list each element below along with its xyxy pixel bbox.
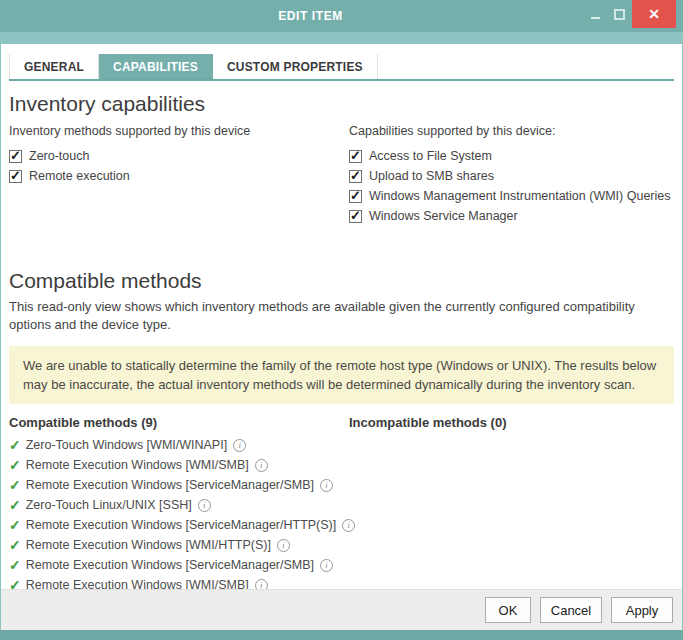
close-icon: ✕ xyxy=(648,6,660,22)
info-icon[interactable]: i xyxy=(277,539,290,552)
checkbox-icon xyxy=(349,170,362,183)
info-icon[interactable]: i xyxy=(198,499,211,512)
checkbox-access-file-system[interactable]: Access to File System xyxy=(349,146,676,166)
compatible-methods-header: Compatible methods (9) xyxy=(9,415,345,435)
info-icon[interactable]: i xyxy=(233,439,246,452)
checkbox-icon xyxy=(349,210,362,223)
method-item: ✓ Remote Execution Windows [ServiceManag… xyxy=(9,515,345,535)
dialog-content: GENERAL CAPABILITIES CUSTOM PROPERTIES I… xyxy=(1,44,682,589)
cancel-button[interactable]: Cancel xyxy=(540,597,602,623)
info-icon[interactable]: i xyxy=(255,459,268,472)
method-item: ✓ Remote Execution Windows [WMI/HTTP(S)]… xyxy=(9,535,345,555)
checkbox-icon xyxy=(349,150,362,163)
minimize-button[interactable] xyxy=(584,0,606,28)
method-item: ✓ Zero-Touch Windows [WMI/WINAPI] i xyxy=(9,435,345,455)
checkbox-icon xyxy=(9,150,22,163)
tab-custom-properties[interactable]: CUSTOM PROPERTIES xyxy=(213,54,378,79)
check-icon: ✓ xyxy=(9,477,21,493)
checkbox-windows-service-manager[interactable]: Windows Service Manager xyxy=(349,206,676,226)
method-item: ✓ Remote Execution Windows [WMI/SMB] i xyxy=(9,455,345,475)
check-icon: ✓ xyxy=(9,517,21,533)
info-icon[interactable]: i xyxy=(320,479,333,492)
inventory-methods-column: Inventory methods supported by this devi… xyxy=(9,122,341,186)
compatible-methods-column: Compatible methods (9) ✓ Zero-Touch Wind… xyxy=(9,415,345,615)
window-controls: ✕ xyxy=(584,0,683,32)
checkbox-zero-touch[interactable]: Zero-touch xyxy=(9,146,341,166)
inventory-capabilities-heading: Inventory capabilities xyxy=(9,92,674,116)
methods-columns: Compatible methods (9) ✓ Zero-Touch Wind… xyxy=(1,415,682,615)
checkbox-wmi-queries[interactable]: Windows Management Instrumentation (WMI)… xyxy=(349,186,676,206)
method-item: ✓ Remote Execution Windows [ServiceManag… xyxy=(9,555,345,575)
device-capabilities-column: Capabilities supported by this device: A… xyxy=(349,122,676,226)
checkbox-icon xyxy=(349,190,362,203)
check-icon: ✓ xyxy=(9,557,21,573)
ok-button[interactable]: OK xyxy=(485,597,531,623)
inventory-methods-label: Inventory methods supported by this devi… xyxy=(9,122,341,146)
method-item: ✓ Zero-Touch Linux/UNIX [SSH] i xyxy=(9,495,345,515)
method-item: ✓ Remote Execution Windows [ServiceManag… xyxy=(9,475,345,495)
close-button[interactable]: ✕ xyxy=(632,0,676,28)
incompatible-methods-header: Incompatible methods (0) xyxy=(349,415,676,435)
maximize-icon xyxy=(614,9,625,20)
check-icon: ✓ xyxy=(9,537,21,553)
tab-bar: GENERAL CAPABILITIES CUSTOM PROPERTIES xyxy=(9,54,674,81)
titlebar-accent-strip xyxy=(0,32,683,44)
tab-general[interactable]: GENERAL xyxy=(9,54,99,79)
window-border-left xyxy=(0,44,1,630)
tab-capabilities[interactable]: CAPABILITIES xyxy=(99,54,213,79)
device-capabilities-label: Capabilities supported by this device: xyxy=(349,122,676,146)
apply-button[interactable]: Apply xyxy=(611,597,673,623)
compatible-methods-description: This read-only view shows which inventor… xyxy=(9,298,674,334)
incompatible-methods-column: Incompatible methods (0) xyxy=(349,415,676,435)
inventory-columns: Inventory methods supported by this devi… xyxy=(1,122,682,258)
edit-item-dialog: EDIT ITEM ✕ GENERAL CAPABILITIES CUSTOM … xyxy=(0,0,683,640)
checkbox-remote-execution[interactable]: Remote execution xyxy=(9,166,341,186)
titlebar[interactable]: EDIT ITEM ✕ xyxy=(0,0,683,32)
check-icon: ✓ xyxy=(9,437,21,453)
window-title: EDIT ITEM xyxy=(0,0,621,32)
minimize-icon xyxy=(591,17,600,19)
checkbox-upload-smb[interactable]: Upload to SMB shares xyxy=(349,166,676,186)
compatible-methods-heading: Compatible methods xyxy=(9,269,674,293)
checkbox-icon xyxy=(9,170,22,183)
check-icon: ✓ xyxy=(9,497,21,513)
warning-banner: We are unable to statically determine th… xyxy=(9,346,674,404)
info-icon[interactable]: i xyxy=(320,559,333,572)
info-icon[interactable]: i xyxy=(342,519,355,532)
check-icon: ✓ xyxy=(9,457,21,473)
dialog-footer: OK Cancel Apply xyxy=(1,589,682,630)
bottom-accent-bar xyxy=(0,630,683,640)
maximize-button[interactable] xyxy=(606,0,632,28)
